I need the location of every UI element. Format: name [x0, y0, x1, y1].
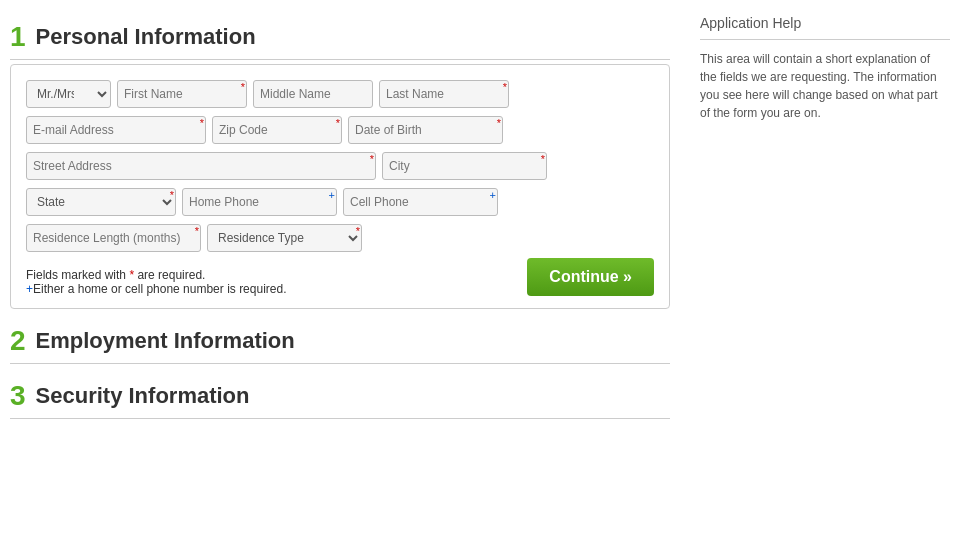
email-input[interactable] — [26, 116, 206, 144]
state-select[interactable]: State ALAKAZAR CACOCTDE FLGAHIID ILINIAK… — [26, 188, 176, 216]
state-phone-row: State ALAKAZAR CACOCTDE FLGAHIID ILINIAK… — [26, 188, 654, 216]
sidebar: Application Help This area will contain … — [690, 15, 950, 423]
street-wrap: * — [26, 152, 376, 180]
res-type-select[interactable]: Residence Type Own Rent Other — [207, 224, 362, 252]
required-star: * — [129, 268, 134, 282]
cell-phone-wrap: + — [343, 188, 498, 216]
city-wrap: * — [382, 152, 547, 180]
first-name-wrap: * — [117, 80, 247, 108]
city-input[interactable] — [382, 152, 547, 180]
section-1-number: 1 — [10, 23, 26, 51]
salutation-wrap: Mr./Mrs. Mr. Mrs. Ms. Dr. — [26, 80, 111, 108]
section-3-title: Security Information — [36, 383, 250, 409]
personal-info-form: Mr./Mrs. Mr. Mrs. Ms. Dr. * * — [10, 64, 670, 309]
phone-note-plus: + — [26, 282, 33, 296]
last-name-wrap: * — [379, 80, 509, 108]
email-wrap: * — [26, 116, 206, 144]
section-2-title: Employment Information — [36, 328, 295, 354]
middle-name-wrap — [253, 80, 373, 108]
sidebar-divider — [700, 39, 950, 40]
first-name-input[interactable] — [117, 80, 247, 108]
res-length-input[interactable] — [26, 224, 201, 252]
sidebar-title: Application Help — [700, 15, 950, 31]
section-1-header: 1 Personal Information — [10, 15, 670, 60]
section-3-header: 3 Security Information — [10, 374, 670, 419]
res-type-wrap: Residence Type Own Rent Other * — [207, 224, 362, 252]
required-note-text: Fields marked with — [26, 268, 126, 282]
home-phone-input[interactable] — [182, 188, 337, 216]
residence-row: * Residence Type Own Rent Other * — [26, 224, 654, 252]
cell-phone-input[interactable] — [343, 188, 498, 216]
section-1-title: Personal Information — [36, 24, 256, 50]
home-phone-wrap: + — [182, 188, 337, 216]
middle-name-input[interactable] — [253, 80, 373, 108]
street-input[interactable] — [26, 152, 376, 180]
section-3-number: 3 — [10, 382, 26, 410]
zip-wrap: * — [212, 116, 342, 144]
dob-input[interactable] — [348, 116, 503, 144]
section-2-number: 2 — [10, 327, 26, 355]
main-content: 1 Personal Information Mr./Mrs. Mr. Mrs.… — [10, 15, 670, 423]
form-footer: Fields marked with * are required. +Eith… — [26, 260, 654, 296]
required-note-text2: are required. — [137, 268, 205, 282]
zip-input[interactable] — [212, 116, 342, 144]
email-row: * * * — [26, 116, 654, 144]
section-2-header: 2 Employment Information — [10, 319, 670, 364]
name-row: Mr./Mrs. Mr. Mrs. Ms. Dr. * * — [26, 80, 654, 108]
sidebar-body: This area will contain a short explanati… — [700, 50, 950, 122]
phone-note-text: Either a home or cell phone number is re… — [33, 282, 286, 296]
res-length-wrap: * — [26, 224, 201, 252]
last-name-input[interactable] — [379, 80, 509, 108]
dob-wrap: * — [348, 116, 503, 144]
state-wrap: State ALAKAZAR CACOCTDE FLGAHIID ILINIAK… — [26, 188, 176, 216]
address-row: * * — [26, 152, 654, 180]
continue-button[interactable]: Continue » — [527, 258, 654, 296]
salutation-select[interactable]: Mr./Mrs. Mr. Mrs. Ms. Dr. — [26, 80, 111, 108]
